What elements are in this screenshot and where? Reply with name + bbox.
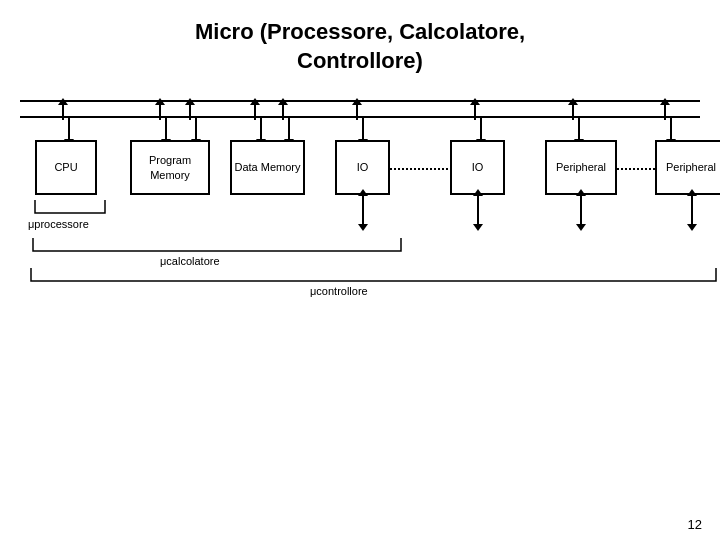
v-arrow-io1 (362, 195, 364, 225)
arrow-io1-up (356, 104, 358, 120)
arrow-per1 (578, 118, 580, 140)
label-uprocessore: μprocessore (28, 218, 89, 230)
bracket-ucontrollore (26, 263, 720, 288)
arrow-cpu (68, 118, 70, 140)
arrow-per1-up (572, 104, 574, 120)
page-number: 12 (688, 517, 702, 532)
peripheral2-block: Peripheral (655, 140, 720, 195)
arrow-progmem1-up (159, 104, 161, 120)
io1-block: IO (335, 140, 390, 195)
label-ucontrollore: μcontrollore (310, 285, 368, 297)
dotted-per1-per2 (617, 168, 655, 170)
diagram-area: CPU Program Memory Data Memory IO IO Per… (20, 100, 700, 510)
arrow-progmem2 (195, 118, 197, 140)
slide-title: Micro (Processore, Calcolatore, Controll… (0, 0, 720, 75)
arrow-datamem1-up (254, 104, 256, 120)
arrow-per2 (670, 118, 672, 140)
arrow-per2-up (664, 104, 666, 120)
v-arrow-per2 (691, 195, 693, 225)
io2-block: IO (450, 140, 505, 195)
data-memory-block: Data Memory (230, 140, 305, 195)
v-arrow-io2 (477, 195, 479, 225)
program-memory-block: Program Memory (130, 140, 210, 195)
arrow-io1 (362, 118, 364, 140)
arrow-datamem1 (260, 118, 262, 140)
arrow-cpu-up (62, 104, 64, 120)
arrow-datamem2 (288, 118, 290, 140)
arrow-progmem1 (165, 118, 167, 140)
arrow-io2 (480, 118, 482, 140)
v-arrow-per1 (580, 195, 582, 225)
arrow-progmem2-up (189, 104, 191, 120)
arrow-io2-up (474, 104, 476, 120)
bracket-uprocessore (30, 195, 110, 220)
peripheral1-block: Peripheral (545, 140, 617, 195)
arrow-datamem2-up (282, 104, 284, 120)
cpu-block: CPU (35, 140, 97, 195)
